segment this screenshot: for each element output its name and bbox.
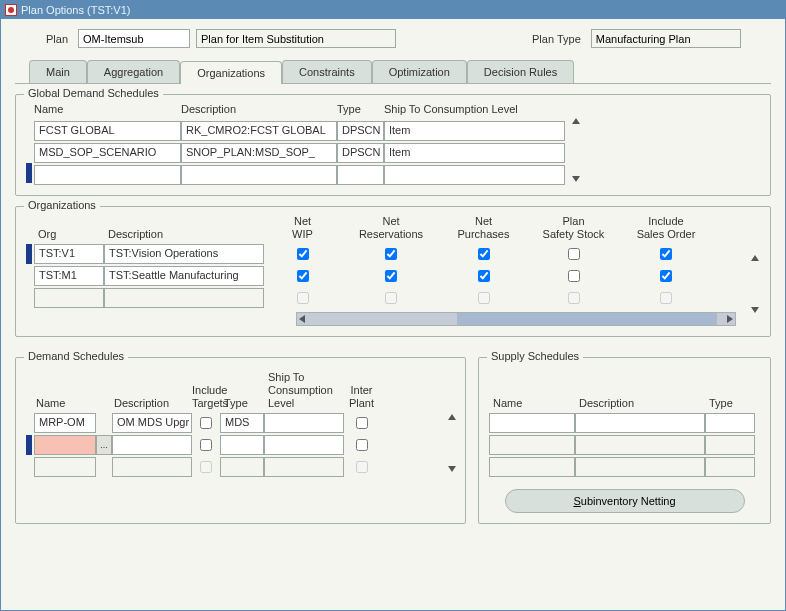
demand-col-inter: Inter Plant bbox=[344, 384, 379, 410]
tab-optimization[interactable]: Optimization bbox=[372, 60, 467, 83]
gds-ship-cell[interactable]: Item bbox=[384, 121, 565, 141]
plan-name-field[interactable] bbox=[78, 29, 190, 48]
supply-col-desc: Description bbox=[575, 397, 705, 410]
demand-row-selector[interactable] bbox=[26, 435, 32, 455]
org-row-selector[interactable] bbox=[26, 244, 32, 264]
tab-aggregation[interactable]: Aggregation bbox=[87, 60, 180, 83]
supply-type-cell[interactable] bbox=[705, 435, 755, 455]
supply-name-cell[interactable] bbox=[489, 457, 575, 477]
scroll-down-icon[interactable] bbox=[448, 466, 456, 472]
chk-inc-targets bbox=[200, 461, 212, 473]
gds-col-type: Type bbox=[337, 103, 384, 117]
gds-ship-cell[interactable]: Item bbox=[384, 143, 565, 163]
demand-ship-cell[interactable] bbox=[264, 457, 344, 477]
demand-vscroll[interactable] bbox=[445, 414, 459, 472]
supply-name-cell[interactable] bbox=[489, 413, 575, 433]
supply-type-cell[interactable] bbox=[705, 413, 755, 433]
supply-schedules-fieldset: Supply Schedules Name Description Type bbox=[478, 357, 771, 524]
gds-ship-cell[interactable] bbox=[384, 165, 565, 185]
gds-type-cell[interactable]: DPSCN bbox=[337, 121, 384, 141]
chk-safety[interactable] bbox=[568, 270, 580, 282]
orgs-hscroll[interactable] bbox=[296, 312, 736, 326]
demand-ship-cell[interactable] bbox=[264, 413, 344, 433]
demand-desc-cell[interactable] bbox=[112, 435, 192, 455]
demand-type-cell[interactable] bbox=[220, 435, 264, 455]
demand-row: MRP-OM OM MDS Upgr MDS bbox=[26, 413, 455, 433]
plan-type-field[interactable] bbox=[591, 29, 741, 48]
org-row-selector[interactable] bbox=[26, 266, 32, 286]
demand-row-selector[interactable] bbox=[26, 413, 32, 433]
scroll-up-icon[interactable] bbox=[751, 255, 759, 261]
demand-ship-cell[interactable] bbox=[264, 435, 344, 455]
chk-inc-targets[interactable] bbox=[200, 439, 212, 451]
global-demand-schedules-fieldset: Global Demand Schedules Name FCST GLOBAL… bbox=[15, 94, 771, 196]
gds-desc-cell[interactable] bbox=[181, 165, 337, 185]
gds-row-selector[interactable] bbox=[26, 163, 32, 183]
demand-type-cell[interactable]: MDS bbox=[220, 413, 264, 433]
org-cell-org[interactable]: TST:V1 bbox=[34, 244, 104, 264]
org-cell-desc[interactable]: TST:Vision Operations bbox=[104, 244, 264, 264]
demand-name-cell[interactable]: MRP-OM bbox=[34, 413, 96, 433]
gds-row-selector[interactable] bbox=[26, 119, 32, 139]
hscroll-thumb[interactable] bbox=[457, 313, 717, 325]
demand-name-cell[interactable] bbox=[34, 457, 96, 477]
tab-organizations[interactable]: Organizations bbox=[180, 61, 282, 84]
subinventory-netting-button[interactable]: SSubinventory Nettingubinventory Netting bbox=[505, 489, 745, 513]
supply-desc-cell[interactable] bbox=[575, 457, 705, 477]
gds-name-cell[interactable] bbox=[34, 165, 181, 185]
chk-incso[interactable] bbox=[660, 270, 672, 282]
tab-main[interactable]: Main bbox=[29, 60, 87, 83]
demand-col-name: Name bbox=[34, 397, 96, 410]
chk-incso[interactable] bbox=[660, 248, 672, 260]
demand-row-selector[interactable] bbox=[26, 457, 32, 477]
org-cell-org[interactable]: TST:M1 bbox=[34, 266, 104, 286]
demand-col-desc: Description bbox=[112, 397, 192, 410]
chk-netwip[interactable] bbox=[297, 248, 309, 260]
demand-desc-cell[interactable] bbox=[112, 457, 192, 477]
gds-type-cell[interactable]: DPSCN bbox=[337, 143, 384, 163]
lov-button[interactable]: ... bbox=[96, 435, 112, 455]
gds-desc-cell[interactable]: RK_CMRO2:FCST GLOBAL bbox=[181, 121, 337, 141]
gds-desc-cell[interactable]: SNOP_PLAN:MSD_SOP_ bbox=[181, 143, 337, 163]
gds-name-cell[interactable]: MSD_SOP_SCENARIO bbox=[34, 143, 181, 163]
demand-name-cell[interactable] bbox=[34, 435, 96, 455]
gds-vscroll[interactable] bbox=[569, 118, 583, 182]
demand-row: ... bbox=[26, 435, 455, 455]
plan-label: Plan bbox=[46, 33, 68, 45]
scroll-down-icon[interactable] bbox=[572, 176, 580, 182]
org-cell-desc[interactable] bbox=[104, 288, 264, 308]
demand-type-cell[interactable] bbox=[220, 457, 264, 477]
scroll-right-icon[interactable] bbox=[727, 315, 733, 323]
supply-name-cell[interactable] bbox=[489, 435, 575, 455]
orgs-vscroll[interactable] bbox=[748, 255, 762, 313]
chk-netres[interactable] bbox=[385, 270, 397, 282]
chk-inter-plant[interactable] bbox=[356, 439, 368, 451]
plan-desc-field[interactable] bbox=[196, 29, 396, 48]
scroll-down-icon[interactable] bbox=[751, 307, 759, 313]
tab-decision-rules[interactable]: Decision Rules bbox=[467, 60, 574, 83]
org-cell-org[interactable] bbox=[34, 288, 104, 308]
demand-desc-cell[interactable]: OM MDS Upgr bbox=[112, 413, 192, 433]
org-col-netpurch: Net Purchases bbox=[441, 215, 526, 241]
supply-type-cell[interactable] bbox=[705, 457, 755, 477]
titlebar[interactable]: Plan Options (TST:V1) bbox=[1, 1, 785, 19]
org-cell-desc[interactable]: TST:Seattle Manufacturing bbox=[104, 266, 264, 286]
chk-netwip[interactable] bbox=[297, 270, 309, 282]
chk-inter-plant[interactable] bbox=[356, 417, 368, 429]
scroll-up-icon[interactable] bbox=[572, 118, 580, 124]
scroll-left-icon[interactable] bbox=[299, 315, 305, 323]
tab-constraints[interactable]: Constraints bbox=[282, 60, 372, 83]
gds-name-cell[interactable]: FCST GLOBAL bbox=[34, 121, 181, 141]
chk-netpurch[interactable] bbox=[478, 248, 490, 260]
scroll-up-icon[interactable] bbox=[448, 414, 456, 420]
org-col-netres: Net Reservations bbox=[341, 215, 441, 241]
supply-desc-cell[interactable] bbox=[575, 413, 705, 433]
gds-row-selector[interactable] bbox=[26, 141, 32, 161]
org-row-selector[interactable] bbox=[26, 288, 32, 308]
chk-inc-targets[interactable] bbox=[200, 417, 212, 429]
supply-desc-cell[interactable] bbox=[575, 435, 705, 455]
chk-netpurch[interactable] bbox=[478, 270, 490, 282]
chk-safety[interactable] bbox=[568, 248, 580, 260]
gds-type-cell[interactable] bbox=[337, 165, 384, 185]
chk-netres[interactable] bbox=[385, 248, 397, 260]
